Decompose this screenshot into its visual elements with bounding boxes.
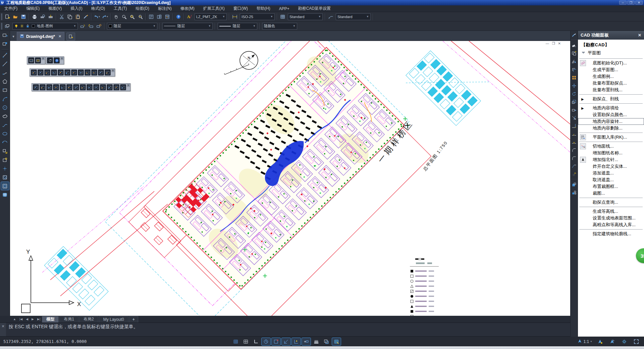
freeze-icon[interactable] [20,24,24,28]
panel-section-planview[interactable]: 平面图 [578,49,644,57]
dynamic-input-icon[interactable] [302,338,311,345]
panel-item-增加图纸名称[interactable]: 增加图纸名称... [578,150,644,156]
survey-tool-12-icon[interactable] [105,69,111,76]
survey-tool-11-icon[interactable] [98,69,104,76]
survey-tool-10-icon[interactable] [91,69,97,76]
panel-item-添加遮盖[interactable]: 添加遮盖... [578,170,644,177]
panel-item-底图初始化(DT)[interactable]: 底图初始化(DT)... [578,60,644,66]
close-icon[interactable]: x [111,69,114,72]
help-icon[interactable]: ? [174,13,182,21]
panel-item-取消遮盖[interactable]: 取消遮盖... [578,177,644,183]
plotstyle-combo[interactable]: 随颜色 ▼ [262,23,297,30]
menu-扩展工具X[interactable]: 扩展工具(X) [199,5,229,12]
panel-item-设置勘探点颜色[interactable]: 设置勘探点颜色... [578,111,644,118]
polyline-icon[interactable] [1,68,9,77]
floating-toolbar-geology[interactable]: x [32,83,130,91]
panel-item-勘探点查询[interactable]: 勘探点查询... [578,199,644,206]
annotation-visibility-icon[interactable] [332,338,341,345]
menu-格式O[interactable]: 格式(O) [87,5,109,12]
panel-item-裁图[interactable]: 裁图... [578,190,644,197]
rectangle-icon[interactable] [1,86,9,94]
mleader-style-icon[interactable] [327,13,335,21]
add-layout-button[interactable]: + [129,316,138,322]
new-tab-button[interactable] [66,33,75,41]
layout-tab-模型[interactable]: 模型 [42,316,59,322]
color-combo[interactable]: 随层 ▼ [107,23,157,30]
properties-match-icon[interactable] [571,31,578,39]
edit-attributes-icon[interactable] [1,31,9,39]
scale-icon[interactable] [571,98,578,105]
insert-block-icon[interactable] [1,147,9,155]
settings-gear-icon[interactable] [620,338,629,345]
layer-properties-icon[interactable] [3,22,11,30]
lineweight-combo[interactable]: 随层 ▼ [218,23,257,30]
minimize-button[interactable]: ─ [619,1,627,5]
geo-tool-6-icon[interactable] [66,84,72,90]
menu-插入I[interactable]: 插入(I) [66,5,87,12]
menu-绘图D[interactable]: 绘图(D) [131,5,154,12]
minimize-drawing-icon[interactable]: — [546,42,549,45]
image-clip-icon[interactable] [35,57,41,63]
geo-tool-10-icon[interactable] [93,84,99,90]
menu-标注N[interactable]: 标注(N) [154,5,176,12]
close-tab-icon[interactable]: ✕ [58,34,61,39]
menu-窗口W[interactable]: 窗口(W) [229,5,252,12]
maximize-button[interactable]: ❐ [627,1,635,5]
close-icon[interactable]: x [127,84,130,87]
menu-APP+[interactable]: APP+ [275,5,294,12]
break-at-point-icon[interactable] [571,130,578,138]
copy-object-icon[interactable] [571,50,578,57]
panel-item-生成等高线[interactable]: 生成等高线... [578,208,644,215]
zoom-previous-icon[interactable] [136,13,144,21]
close-drawing-icon[interactable]: ✕ [558,42,561,45]
next-tab-icon[interactable]: ▶ [30,317,36,321]
image-attach-icon[interactable] [28,57,34,63]
erase-icon[interactable] [571,42,578,49]
bulb-icon[interactable] [14,24,18,28]
survey-tool-8-icon[interactable] [78,69,84,76]
first-tab-icon[interactable]: |◀ [18,317,24,321]
dim-style-icon[interactable] [231,13,239,21]
close-button[interactable]: ✕ [635,1,643,5]
match-properties-icon[interactable] [82,13,90,21]
panel-item-平面图入库(RK)[interactable]: 平面图入库(RK)... [578,134,644,141]
paste-icon[interactable] [74,13,82,21]
fillet-icon[interactable] [571,154,578,162]
help-icon[interactable]: ? [54,57,60,63]
survey-tool-3-icon[interactable] [44,69,50,76]
revision-cloud-icon[interactable] [1,112,9,120]
menu-工具T[interactable]: 工具(T) [109,5,131,12]
mleader-style-combo[interactable]: Standard ▼ [336,13,371,20]
construction-line-icon[interactable] [1,60,9,68]
publish-icon[interactable] [47,13,55,21]
panel-close-icon[interactable]: ✕ [638,33,641,38]
dynamic-ucs-icon[interactable] [292,338,301,345]
layer-previous-icon[interactable] [87,22,95,30]
floating-toolbar-image[interactable]: x [27,56,45,64]
array-icon[interactable] [571,74,578,81]
menu-编辑E[interactable]: 编辑(E) [22,5,44,12]
geo-tool-4-icon[interactable] [53,84,59,90]
toolbar-grip[interactable] [1,13,2,20]
color-swatch-icon[interactable] [31,24,36,28]
dim-style-combo[interactable]: ISO-25 ▼ [240,13,275,20]
chamfer-icon[interactable] [571,146,578,154]
circle-icon[interactable] [1,103,9,111]
drawing-canvas[interactable]: N一期样榜区总平面图 1:750YX — ❐ ✕ x x? x x [10,41,570,316]
ellipse-arc-icon[interactable] [1,138,9,146]
panel-item-地质内容删除[interactable]: 地质内容删除... [578,125,644,132]
tab-list-dropdown-icon[interactable]: ▼ [10,33,17,41]
panel-item-指定建筑物轮廓线[interactable]: 指定建筑物轮廓线... [578,231,644,237]
plot-icon[interactable] [31,13,39,21]
fullscreen-icon[interactable] [632,338,641,345]
transparency-icon[interactable] [322,338,331,345]
table-icon[interactable] [1,191,9,199]
prev-tab-icon[interactable]: ◀ [24,317,30,321]
command-close-icon[interactable]: ✕ [0,323,6,336]
layer-combo[interactable]: 地质-图例 ▼ [12,23,78,30]
geo-tool-3-icon[interactable] [46,84,52,90]
new-file-icon[interactable] [3,13,11,21]
restore-drawing-icon[interactable]: ❐ [552,42,555,45]
layout-tab-布局2[interactable]: 布局2 [79,316,98,322]
object-snap-tracking-icon[interactable] [282,338,290,345]
